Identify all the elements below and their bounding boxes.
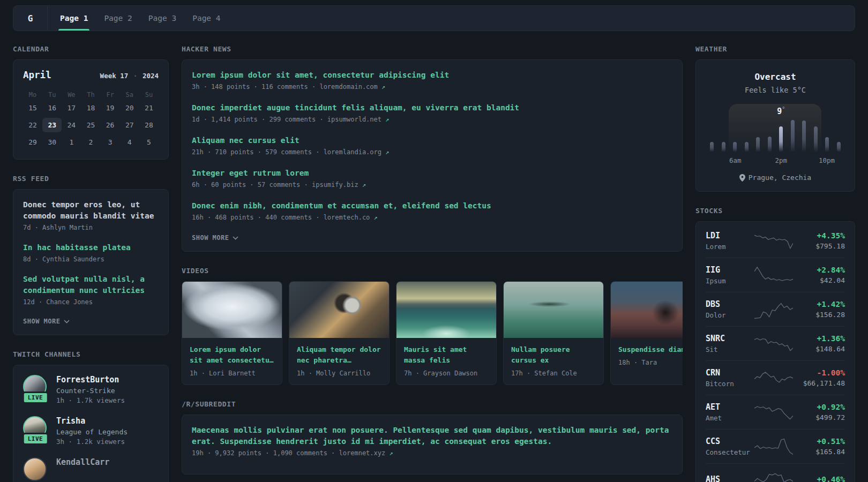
nav-tabs: Page 1 Page 2 Page 3 Page 4 <box>48 6 229 31</box>
weather-bar <box>791 120 795 152</box>
weather-bar-current <box>779 126 783 152</box>
stocks-section-title: STOCKS <box>695 207 855 215</box>
external-link-icon[interactable]: ↗ <box>389 449 393 457</box>
weekday-label: Fr <box>101 89 120 101</box>
weekday-label: Su <box>139 89 159 101</box>
weather-bar <box>733 142 737 152</box>
hn-item-link[interactable]: Aliquam nec cursus elit <box>192 135 672 146</box>
video-meta: 18h · Tara <box>618 359 683 366</box>
stock-sparkline <box>752 266 796 285</box>
rss-item-link[interactable]: In hac habitasse platea <box>23 242 159 253</box>
stock-price: $499.72 <box>796 413 845 421</box>
hn-item-link[interactable]: Lorem ipsum dolor sit amet, consectetur … <box>192 70 672 81</box>
video-thumbnail <box>182 282 282 338</box>
stock-row-crn[interactable]: CRN Bitcorn -1.00% $66,171.48 <box>706 360 845 395</box>
video-meta: 1h · Lori Barnett <box>190 370 274 377</box>
weekday-label: Tu <box>42 89 62 101</box>
stock-price: $42.04 <box>796 276 845 284</box>
channel-viewers: 1h · 1.7k viewers <box>56 396 125 404</box>
hn-item: Aliquam nec cursus elit 21h · 710 points… <box>192 135 672 156</box>
weekday-label: Mo <box>23 89 42 101</box>
channel-category: League of Legends <box>56 428 128 436</box>
hn-item-link[interactable]: Integer eget rutrum lorem <box>192 168 672 179</box>
time-tick: 6am <box>729 156 742 164</box>
stock-ticker: AET <box>706 402 752 412</box>
rss-item-link[interactable]: Sed volutpat nulla nisl, a condimentum n… <box>23 274 159 296</box>
twitch-channel-kendallcarr[interactable]: KendallCarr <box>23 457 159 482</box>
calendar-day: 5 <box>139 135 159 149</box>
tab-page-3[interactable]: Page 3 <box>140 6 184 31</box>
rss-card: Donec tempor eros leo, ut commodo mauris… <box>13 189 169 335</box>
calendar-day: 24 <box>62 118 81 132</box>
weather-bar <box>756 137 760 152</box>
hn-item-meta: 21h · 710 points · 579 comments · loreml… <box>192 148 672 156</box>
video-card[interactable]: Lorem ipsum dolor sit amet consectetu… 1… <box>182 281 282 385</box>
twitch-channel-trisha[interactable]: LIVE Trisha League of Legends 3h · 1.2k … <box>23 416 159 446</box>
stock-row-dbs[interactable]: DBS Dolor +1.42% $156.28 <box>706 292 845 326</box>
weekday-label: We <box>62 89 81 101</box>
tab-page-1[interactable]: Page 1 <box>52 6 96 31</box>
calendar-day: 26 <box>101 118 120 132</box>
avatar: LIVE <box>23 375 48 400</box>
stock-row-ldi[interactable]: LDI Lorem +4.35% $795.18 <box>706 224 845 258</box>
weather-bar <box>825 137 829 152</box>
twitch-channel-forrestburton[interactable]: LIVE ForrestBurton Counter-Strike 1h · 1… <box>23 375 159 404</box>
video-meta: 17h · Stefan Cole <box>511 370 596 377</box>
time-tick: 10pm <box>819 156 835 164</box>
tab-page-2[interactable]: Page 2 <box>96 6 140 31</box>
calendar-day: 21 <box>139 101 159 115</box>
rss-item-meta: 8d · Cynthia Saunders <box>23 255 159 263</box>
hn-show-more-button[interactable]: SHOW MORE <box>192 234 238 242</box>
stock-ticker: AHS <box>706 475 752 482</box>
external-link-icon[interactable]: ↗ <box>374 214 378 221</box>
video-meta: 7h · Grayson Dawson <box>404 370 489 377</box>
rss-show-more-button[interactable]: SHOW MORE <box>23 318 70 325</box>
stock-price: $156.28 <box>796 311 845 319</box>
calendar-section-title: CALENDAR <box>13 45 169 53</box>
rss-item-link[interactable]: Donec tempor eros leo, ut commodo mauris… <box>23 199 159 222</box>
video-card[interactable]: Aliquam tempor dolor nec pharetra… 1h · … <box>289 281 390 385</box>
twitch-section-title: TWITCH CHANNELS <box>13 350 169 358</box>
video-title: Suspendisse diam <box>618 344 683 355</box>
hn-item-link[interactable]: Donec imperdiet augue tincidunt felis al… <box>192 102 672 114</box>
calendar-day: 1 <box>62 135 81 149</box>
stock-sparkline <box>752 368 796 388</box>
app-logo[interactable]: G <box>13 6 48 31</box>
location-text: Prague, Czechia <box>749 174 811 182</box>
stock-row-aet[interactable]: AET Amet +0.92% $499.72 <box>706 395 845 429</box>
reddit-post-link[interactable]: Maecenas mollis pulvinar erat non posuer… <box>192 425 672 447</box>
hacker-news-widget: HACKER NEWS Lorem ipsum dolor sit amet, … <box>182 45 683 252</box>
external-link-icon[interactable]: ↗ <box>362 181 366 189</box>
avatar <box>23 457 48 482</box>
stock-row-ahs[interactable]: AHS +0.46% <box>706 463 845 482</box>
weather-bar <box>837 142 841 152</box>
video-carousel: Lorem ipsum dolor sit amet consectetu… 1… <box>182 281 683 385</box>
weekday-label: Sa <box>120 89 139 101</box>
channel-info: KendallCarr <box>56 457 109 482</box>
video-title: Aliquam tempor dolor nec pharetra… <box>297 344 381 366</box>
stock-change: +2.84% <box>796 266 845 274</box>
location-pin-icon <box>739 174 745 182</box>
tab-page-4[interactable]: Page 4 <box>184 6 228 31</box>
subreddit-section-title: /R/SUBREDDIT <box>182 400 683 408</box>
rss-widget: RSS FEED Donec tempor eros leo, ut commo… <box>13 175 169 335</box>
hn-meta-text: 6h · 60 points · 57 comments · ipsumify.… <box>192 181 358 189</box>
video-card[interactable]: Nullam posuere cursus ex 17h · Stefan Co… <box>503 281 604 385</box>
rss-item-meta: 7d · Ashlyn Martin <box>23 224 159 231</box>
external-link-icon[interactable]: ↗ <box>385 116 389 123</box>
video-card[interactable]: Suspendisse diam 18h · Tara <box>610 281 683 385</box>
calendar-day: 22 <box>23 118 42 132</box>
calendar-week-label: Week 17 <box>100 72 129 80</box>
video-card[interactable]: Mauris sit amet massa felis 7h · Grayson… <box>396 281 497 385</box>
hn-meta-text: 16h · 468 points · 440 comments · loremt… <box>192 214 370 221</box>
hn-item: Donec imperdiet augue tincidunt felis al… <box>192 102 672 123</box>
external-link-icon[interactable]: ↗ <box>381 83 385 91</box>
weekday-label: Th <box>81 89 100 101</box>
stock-row-snrc[interactable]: SNRC Sit +1.36% $148.64 <box>706 326 845 360</box>
weather-widget: WEATHER Overcast Feels like 5°C 9° 6am 2… <box>695 45 855 192</box>
reddit-meta-text: 19h · 9,932 points · 1,090 comments · lo… <box>192 449 385 457</box>
stock-row-ccs[interactable]: CCS Consectetur +0.51% $165.84 <box>706 429 845 463</box>
external-link-icon[interactable]: ↗ <box>385 148 389 156</box>
stock-row-iig[interactable]: IIG Ipsum +2.84% $42.04 <box>706 258 845 292</box>
hn-item-link[interactable]: Donec enim nibh, condimentum et accumsan… <box>192 200 672 212</box>
